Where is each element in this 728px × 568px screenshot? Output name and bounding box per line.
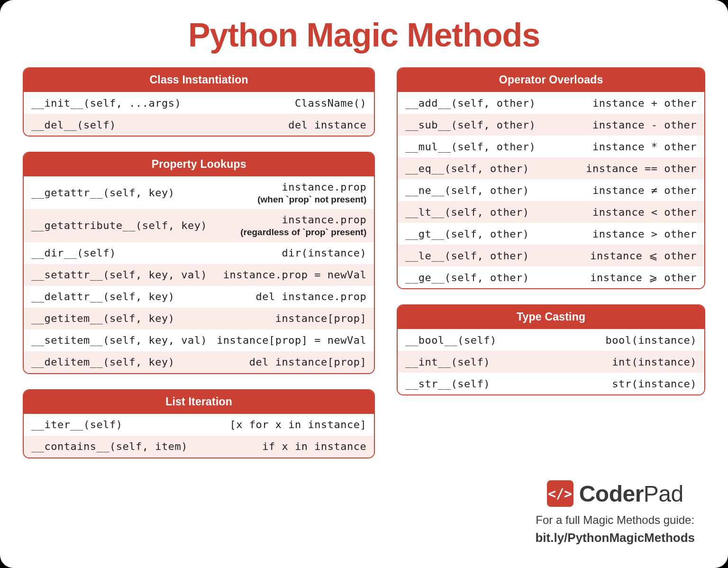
usage-example: [x for x in instance] (230, 419, 367, 431)
method-signature: __str__(self) (405, 378, 490, 390)
usage-note: (regardless of `prop` present) (240, 227, 366, 238)
usage-example: instance ⩾ other (590, 272, 697, 284)
usage-example: del instance.prop (256, 291, 367, 302)
usage-example: instance[prop] (275, 312, 366, 324)
brand-name: CoderPad (579, 481, 683, 507)
table-row: __lt__(self, other) instance < other (398, 201, 704, 223)
usage-example: instance.prop (282, 214, 367, 226)
table-row: __getitem__(self, key) instance[prop] (24, 308, 374, 330)
method-signature: __lt__(self, other) (405, 206, 529, 218)
card-heading: Property Lookups (24, 153, 374, 176)
method-signature: __setattr__(self, key, val) (31, 269, 207, 281)
method-signature: __int__(self) (405, 356, 490, 368)
card-heading: Class Instantiation (24, 68, 374, 92)
usage-example: del instance (288, 119, 366, 131)
method-signature: __eq__(self, other) (405, 163, 529, 174)
method-signature: __delattr__(self, key) (31, 291, 174, 302)
card-rows: __getattr__(self, key) instance.prop (wh… (24, 176, 374, 373)
usage-example: if x in instance (262, 440, 366, 452)
usage-example: instance.prop (282, 181, 367, 193)
usage-example: str(instance) (612, 378, 697, 390)
right-column: Operator Overloads __add__(self, other) … (397, 67, 705, 458)
usage-example: del instance[prop] (249, 356, 366, 368)
method-signature: __ge__(self, other) (405, 272, 529, 284)
card-rows: __iter__(self) [x for x in instance] __c… (24, 414, 374, 458)
table-row: __bool__(self) bool(instance) (398, 329, 704, 351)
method-signature: __sub__(self, other) (405, 119, 536, 131)
method-signature: __contains__(self, item) (31, 440, 188, 452)
table-row: __dir__(self) dir(instance) (24, 242, 374, 264)
table-row: __contains__(self, item) if x in instanc… (24, 436, 374, 458)
table-row: __iter__(self) [x for x in instance] (24, 414, 374, 436)
table-row: __eq__(self, other) instance == other (398, 157, 704, 179)
usage-example: instance == other (586, 163, 697, 174)
table-row: __str__(self) str(instance) (398, 373, 704, 394)
brand-logo: </> CoderPad (535, 480, 695, 507)
table-row: __setattr__(self, key, val) instance.pro… (24, 264, 374, 286)
table-row: __int__(self) int(instance) (398, 351, 704, 373)
card-class-instantiation: Class Instantiation __init__(self, ...ar… (23, 67, 375, 137)
usage-example: instance * other (592, 141, 697, 153)
usage-example: instance[prop] = newVal (217, 334, 366, 346)
columns-layout: Class Instantiation __init__(self, ...ar… (23, 67, 705, 458)
usage-example: bool(instance) (606, 334, 697, 346)
footer-link: bit.ly/PythonMagicMethods (535, 531, 695, 545)
page-title: Python Magic Methods (23, 16, 705, 54)
table-row: __ge__(self, other) instance ⩾ other (398, 266, 704, 288)
method-signature: __iter__(self) (31, 419, 122, 431)
usage-note: (when `prop` not present) (257, 194, 366, 205)
code-icon: </> (547, 480, 573, 507)
table-row: __getattr__(self, key) instance.prop (wh… (24, 176, 374, 209)
usage-stack: instance.prop (when `prop` not present) (257, 181, 366, 205)
table-row: __delitem__(self, key) del instance[prop… (24, 351, 374, 373)
usage-example: dir(instance) (282, 247, 367, 259)
method-signature: __le__(self, other) (405, 250, 529, 262)
card-type-casting: Type Casting __bool__(self) bool(instanc… (397, 304, 705, 395)
brand-name-light: Pad (644, 481, 683, 506)
method-signature: __add__(self, other) (405, 97, 536, 109)
method-signature: __getattr__(self, key) (31, 187, 174, 199)
method-signature: __setitem__(self, key, val) (31, 334, 207, 346)
left-column: Class Instantiation __init__(self, ...ar… (23, 67, 375, 458)
method-signature: __bool__(self) (405, 334, 496, 346)
table-row: __mul__(self, other) instance * other (398, 136, 704, 157)
usage-example: instance - other (592, 119, 697, 131)
footer-text: For a full Magic Methods guide: (535, 513, 695, 527)
card-operator-overloads: Operator Overloads __add__(self, other) … (397, 67, 705, 289)
usage-stack: instance.prop (regardless of `prop` pres… (240, 213, 366, 238)
footer: </> CoderPad For a full Magic Methods gu… (535, 480, 695, 545)
table-row: __add__(self, other) instance + other (398, 92, 704, 114)
method-signature: __init__(self, ...args) (31, 97, 181, 109)
method-signature: __dir__(self) (31, 247, 116, 259)
usage-example: instance + other (592, 97, 697, 109)
usage-example: instance.prop = newVal (223, 269, 366, 281)
card-heading: List Iteration (24, 390, 374, 414)
usage-example: instance ≠ other (592, 184, 697, 196)
card-property-lookups: Property Lookups __getattr__(self, key) … (23, 152, 375, 374)
table-row: __sub__(self, other) instance - other (398, 114, 704, 136)
usage-example: instance ⩽ other (590, 250, 697, 262)
table-row: __le__(self, other) instance ⩽ other (398, 245, 704, 266)
method-signature: __del__(self) (31, 119, 116, 131)
method-signature: __mul__(self, other) (405, 141, 536, 153)
method-signature: __getitem__(self, key) (31, 312, 174, 324)
method-signature: __getattribute__(self, key) (31, 220, 207, 231)
method-signature: __ne__(self, other) (405, 184, 529, 196)
table-row: __setitem__(self, key, val) instance[pro… (24, 330, 374, 351)
usage-example: ClassName() (295, 97, 366, 109)
card-heading: Operator Overloads (398, 68, 704, 92)
usage-example: instance < other (592, 206, 697, 218)
cheatsheet-page: Python Magic Methods Class Instantiation… (0, 0, 728, 568)
table-row: __delattr__(self, key) del instance.prop (24, 286, 374, 308)
method-signature: __gt__(self, other) (405, 228, 529, 240)
card-rows: __init__(self, ...args) ClassName() __de… (24, 92, 374, 136)
table-row: __init__(self, ...args) ClassName() (24, 92, 374, 114)
card-heading: Type Casting (398, 305, 704, 329)
usage-example: int(instance) (612, 356, 697, 368)
table-row: __getattribute__(self, key) instance.pro… (24, 209, 374, 242)
card-rows: __add__(self, other) instance + other __… (398, 92, 704, 288)
table-row: __del__(self) del instance (24, 114, 374, 136)
card-rows: __bool__(self) bool(instance) __int__(se… (398, 329, 704, 394)
method-signature: __delitem__(self, key) (31, 356, 174, 368)
table-row: __gt__(self, other) instance > other (398, 223, 704, 245)
